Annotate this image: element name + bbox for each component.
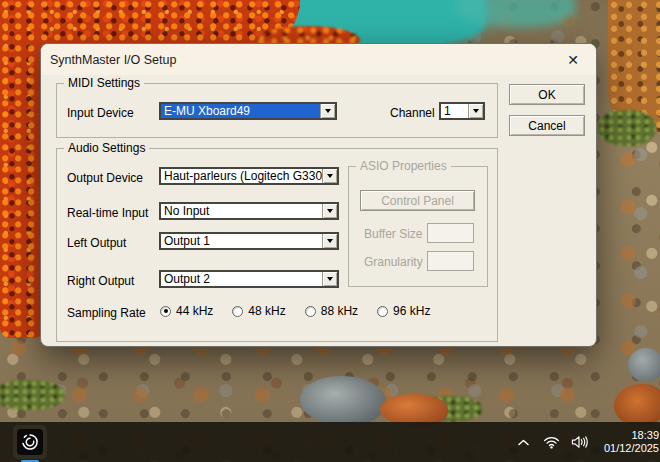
clock-time: 18:39 (604, 429, 659, 442)
sampling-rate-radio-44khz[interactable]: 44 kHz (160, 304, 213, 318)
audio-settings-group-label: Audio Settings (64, 141, 149, 155)
input-device-select[interactable]: E-MU Xboard49 (159, 102, 337, 120)
realtime-input-label: Real-time Input (67, 206, 148, 220)
right-output-value: Output 2 (161, 272, 322, 286)
taskbar-clock[interactable]: 18:39 01/12/2025 (604, 429, 659, 455)
chevron-up-icon[interactable] (515, 435, 532, 450)
audio-settings-group: Audio Settings Output Device Haut-parleu… (56, 148, 498, 342)
asio-properties-group: ASIO Properties Control Panel Buffer Siz… (348, 166, 488, 287)
close-button[interactable]: ✕ (556, 47, 590, 72)
sampling-rate-option-label: 96 kHz (393, 304, 430, 318)
channel-dropdown-arrow-icon[interactable] (468, 104, 483, 118)
input-device-label: Input Device (67, 106, 134, 120)
buffer-size-label: Buffer Size (364, 227, 422, 241)
sampling-rate-option-label: 44 kHz (176, 304, 213, 318)
radio-button-icon[interactable] (232, 306, 243, 317)
dialog-titlebar[interactable]: SynthMaster I/O Setup ✕ (41, 44, 596, 75)
taskbar: 18:39 01/12/2025 (0, 422, 660, 462)
radio-button-icon[interactable] (377, 306, 388, 317)
channel-label: Channel (390, 106, 435, 120)
volume-icon[interactable] (571, 435, 588, 450)
sampling-rate-label: Sampling Rate (67, 306, 146, 320)
wifi-icon[interactable] (543, 435, 560, 450)
left-output-select[interactable]: Output 1 (159, 232, 339, 250)
output-device-label: Output Device (67, 171, 143, 185)
realtime-input-value: No Input (161, 204, 322, 218)
radio-button-icon[interactable] (305, 306, 316, 317)
output-device-dropdown-arrow-icon[interactable] (322, 169, 337, 183)
sampling-rate-radio-group: 44 kHz 48 kHz 88 kHz 96 kHz (160, 304, 430, 318)
ok-button[interactable]: OK (509, 84, 585, 105)
right-output-dropdown-arrow-icon[interactable] (322, 272, 337, 286)
wallpaper-orange-rock-right (614, 384, 660, 426)
wallpaper-green-moss-right (598, 110, 656, 146)
sampling-rate-option-label: 48 kHz (248, 304, 285, 318)
left-output-label: Left Output (67, 236, 126, 250)
midi-settings-group-label: MIDI Settings (64, 76, 144, 90)
input-device-dropdown-arrow-icon[interactable] (320, 104, 335, 118)
realtime-input-dropdown-arrow-icon[interactable] (322, 204, 337, 218)
input-device-value: E-MU Xboard49 (161, 104, 320, 118)
asio-properties-group-label: ASIO Properties (356, 159, 451, 173)
left-output-value: Output 1 (161, 234, 322, 248)
taskbar-app-synthmaster[interactable] (13, 425, 47, 459)
radio-button-icon[interactable] (160, 306, 171, 317)
granularity-field (427, 251, 474, 271)
wallpaper-gray-stone-right (628, 348, 660, 382)
clock-date: 01/12/2025 (604, 442, 659, 455)
sampling-rate-radio-88khz[interactable]: 88 kHz (305, 304, 358, 318)
wallpaper-gray-boulder (300, 376, 386, 426)
system-tray: 18:39 01/12/2025 (515, 429, 660, 455)
realtime-input-select[interactable]: No Input (159, 202, 339, 220)
dialog-title: SynthMaster I/O Setup (50, 53, 176, 67)
cancel-button[interactable]: Cancel (509, 115, 585, 136)
channel-value: 1 (441, 104, 468, 118)
synthmaster-app-icon (17, 429, 43, 455)
control-panel-button: Control Panel (360, 190, 475, 211)
left-output-dropdown-arrow-icon[interactable] (322, 234, 337, 248)
sampling-rate-option-label: 88 kHz (321, 304, 358, 318)
buffer-size-field (427, 223, 474, 243)
output-device-select[interactable]: Haut-parleurs (Logitech G330 He (159, 167, 339, 185)
midi-settings-group: MIDI Settings Input Device E-MU Xboard49… (56, 83, 498, 138)
wallpaper-green-moss-bottomleft (0, 380, 64, 410)
right-output-select[interactable]: Output 2 (159, 270, 339, 288)
right-output-label: Right Output (67, 274, 134, 288)
sampling-rate-radio-96khz[interactable]: 96 kHz (377, 304, 430, 318)
channel-select[interactable]: 1 (439, 102, 485, 120)
synthmaster-io-setup-dialog: SynthMaster I/O Setup ✕ MIDI Settings In… (40, 43, 597, 347)
granularity-label: Granularity (364, 255, 423, 269)
close-icon: ✕ (567, 53, 579, 67)
sampling-rate-radio-48khz[interactable]: 48 kHz (232, 304, 285, 318)
output-device-value: Haut-parleurs (Logitech G330 He (161, 169, 322, 183)
